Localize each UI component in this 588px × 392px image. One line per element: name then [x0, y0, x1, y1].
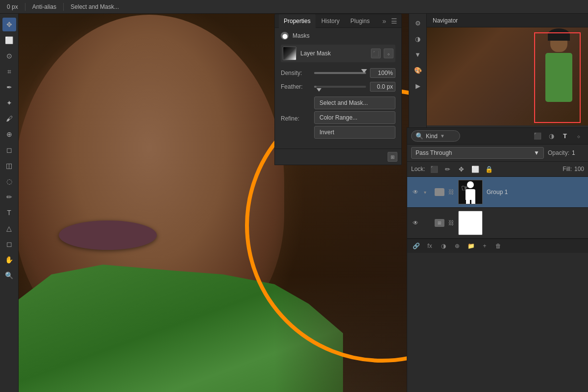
mini-tool-4[interactable]: 🎨 [412, 64, 424, 76]
toolbar-antialias[interactable]: Anti-alias [29, 2, 59, 11]
mask-icon-bottom[interactable]: ◑ [439, 241, 448, 251]
lock-brush-icon[interactable]: ✏ [443, 164, 453, 174]
properties-panel: Properties History Plugins » ☰ ⬤ Masks L… [274, 14, 402, 165]
panel-content: ⬤ Masks Layer Mask ⬛ ⬦ Density: 100% Fea… [275, 28, 401, 148]
masks-header: ⬤ Masks [281, 32, 395, 40]
refine-section: Refine: Select and Mask... Color Range..… [281, 97, 395, 141]
brush-tool[interactable]: 🖌 [2, 112, 16, 125]
layer-type-adjustment[interactable]: ◑ [546, 131, 557, 142]
mini-tool-5[interactable]: ▶ [412, 79, 424, 92]
tab-properties[interactable]: Properties [279, 14, 316, 28]
new-layer-icon[interactable]: + [480, 241, 490, 251]
opacity-section: Opacity: 1 [548, 149, 584, 156]
layer-row-group1[interactable]: 👁 ▾ ⛓ ☞ Group 1 [407, 177, 588, 208]
zoom-tool[interactable]: 🔍 [2, 269, 16, 282]
blend-mode-row: Pass Through ▼ Opacity: 1 [407, 145, 588, 162]
search-icon: 🔍 [416, 132, 423, 140]
panel-bottom-icons: ⊞ [275, 148, 401, 165]
mini-tool-2[interactable]: ◑ [412, 32, 424, 45]
feather-slider[interactable] [314, 86, 366, 88]
dodge-tool[interactable]: ◌ [2, 174, 16, 188]
panel-menu-icon[interactable]: ☰ [391, 17, 397, 25]
layer-type-pixel[interactable]: ⬛ [532, 131, 543, 142]
eraser-tool[interactable]: ◻ [2, 143, 16, 157]
lasso-tool[interactable]: ⊙ [2, 49, 16, 63]
layer-mask-icons: ⬛ ⬦ [371, 49, 393, 58]
path-tool[interactable]: △ [2, 221, 16, 235]
fill-label: Fill: [563, 166, 572, 172]
invert-btn[interactable]: Invert [314, 126, 395, 139]
search-kind-label: Kind [426, 133, 438, 140]
text-tool[interactable]: T [2, 206, 16, 220]
layers-toolbar: 🔍 Kind ▼ ⬛ ◑ T ⬦ [407, 128, 588, 145]
search-kind-dropdown[interactable]: 🔍 Kind ▼ [411, 130, 460, 142]
eyedropper-tool[interactable]: ✒ [2, 80, 16, 94]
crop-tool[interactable]: ⌗ [2, 65, 16, 78]
fill-value: 100 [574, 166, 584, 172]
layer-thumb-group1: ☞ [458, 180, 483, 204]
layers-bottom-bar: 🔗 fx ◑ ⊕ 📁 + 🗑 [407, 239, 588, 253]
layer-folder-icon-group1 [435, 188, 444, 196]
fx-icon[interactable]: fx [425, 241, 435, 251]
navigator-panel: Navigator Channels [426, 14, 588, 144]
left-toolbar: ✥ ⬜ ⊙ ⌗ ✒ ✦ 🖌 ⊕ ◻ ◫ ◌ ✏ T △ ◻ ✋ 🔍 [0, 14, 19, 392]
blend-mode-dropdown[interactable]: Pass Through ▼ [411, 147, 544, 159]
density-slider[interactable] [314, 72, 366, 74]
layer-thumb-2 [458, 211, 483, 235]
adjustment-icon[interactable]: ⊕ [452, 241, 462, 251]
fig-leg-left [466, 200, 470, 204]
refine-label: Refine: [281, 115, 310, 122]
hand-tool[interactable]: ✋ [2, 253, 16, 267]
density-slider-thumb [361, 69, 367, 73]
layer-type-text[interactable]: T [560, 131, 570, 142]
pen-tool[interactable]: ✏ [2, 190, 16, 204]
color-range-btn[interactable]: Color Range... [314, 111, 395, 124]
panel-tab-more[interactable]: » [380, 17, 388, 25]
toolbar-coord: 0 px [4, 2, 21, 11]
tab-history[interactable]: History [317, 14, 344, 28]
masks-label: Masks [293, 32, 310, 39]
layer-expand-group1[interactable]: ▾ [424, 190, 431, 195]
group-icon[interactable]: 📁 [466, 241, 476, 251]
layer-row-2[interactable]: 👁 ⊞ ⛓ [407, 208, 588, 239]
navigator-preview [427, 27, 588, 125]
lock-move-icon[interactable]: ✥ [457, 164, 466, 174]
shape-tool[interactable]: ◻ [2, 237, 16, 251]
panel-bottom-icon-1[interactable]: ⊞ [388, 152, 397, 162]
select-and-mask-btn[interactable]: Select and Mask... [314, 97, 395, 109]
marquee-tool[interactable]: ⬜ [2, 33, 16, 47]
link-icon[interactable]: 🔗 [411, 241, 421, 251]
mini-tool-3[interactable]: ▼ [412, 48, 424, 61]
delete-layer-icon[interactable]: 🗑 [493, 241, 503, 251]
fig-legs [463, 200, 478, 204]
top-toolbar: 0 px Anti-alias Select and Mask... [0, 0, 588, 14]
mini-tool-1[interactable]: ⚙ [412, 17, 424, 29]
move-tool[interactable]: ✥ [2, 18, 16, 31]
layer-mask-row: Layer Mask ⬛ ⬦ [281, 45, 395, 62]
navigator-tab[interactable]: Navigator [427, 14, 588, 27]
layer-mask-label: Layer Mask [300, 50, 367, 57]
clone-tool[interactable]: ⊕ [2, 127, 16, 141]
layer-eye-2[interactable]: 👁 [411, 219, 420, 227]
opacity-label: Opacity: [548, 149, 569, 156]
layer-type-shape[interactable]: ⬦ [573, 131, 584, 142]
heal-tool[interactable]: ✦ [2, 96, 16, 110]
layer-type-icons: ⬛ ◑ T ⬦ [532, 131, 584, 142]
blend-mode-arrow: ▼ [534, 149, 539, 156]
density-label: Density: [281, 70, 310, 76]
layer-grid-icon: ⊞ [435, 219, 444, 227]
lock-pixels-icon[interactable]: ⬛ [429, 164, 439, 174]
layer-eye-group1[interactable]: 👁 [411, 188, 420, 196]
lock-artboard-icon[interactable]: ⬜ [470, 164, 480, 174]
gradient-tool[interactable]: ◫ [2, 159, 16, 172]
mask-vector-btn[interactable]: ⬦ [384, 49, 393, 58]
toolbar-select-mask[interactable]: Select and Mask... [68, 2, 122, 11]
blend-mode-label: Pass Through [416, 149, 452, 156]
feather-label: Feather: [281, 83, 310, 90]
tab-plugins[interactable]: Plugins [345, 14, 374, 28]
feather-value: 0.0 px [370, 82, 395, 92]
right-mini-toolbar: ⚙ ◑ ▼ 🎨 ▶ [409, 14, 426, 131]
lock-all-icon[interactable]: 🔒 [484, 164, 494, 174]
mask-pixel-btn[interactable]: ⬛ [371, 49, 381, 58]
nav-viewport-rect [534, 32, 581, 123]
